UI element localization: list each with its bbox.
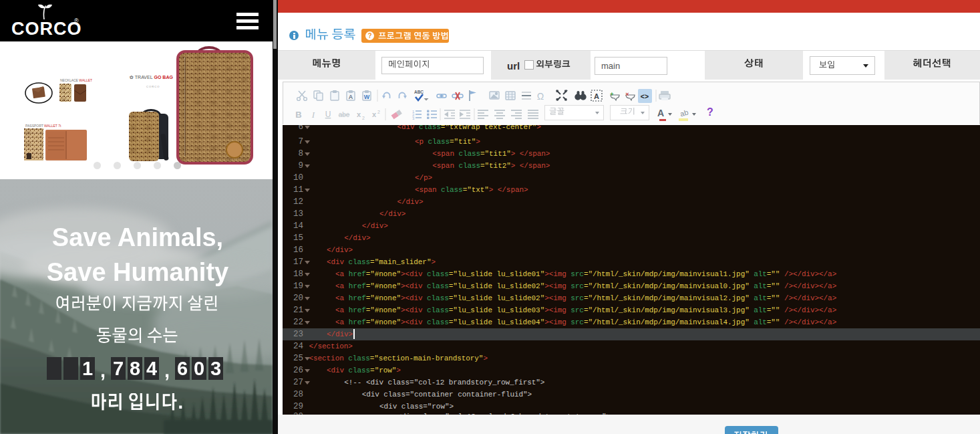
svg-text:<>: <> [641, 92, 649, 100]
svg-text:2: 2 [362, 116, 365, 120]
svg-text:A: A [349, 94, 353, 100]
svg-text:ABC: ABC [414, 90, 424, 94]
svg-text:x: x [357, 110, 361, 118]
svg-text:×: × [625, 91, 629, 98]
svg-text:I: I [311, 110, 315, 120]
svg-text:W: W [364, 94, 370, 100]
svg-text:Ω: Ω [537, 91, 544, 102]
svg-text:3: 3 [412, 116, 415, 120]
svg-text:B: B [295, 110, 301, 120]
svg-text:U: U [325, 110, 331, 119]
svg-text:x: x [372, 110, 377, 118]
svg-text:+: + [610, 91, 613, 98]
svg-text:A: A [594, 92, 599, 100]
svg-text:abe: abe [339, 111, 350, 118]
svg-text:2: 2 [377, 110, 380, 114]
